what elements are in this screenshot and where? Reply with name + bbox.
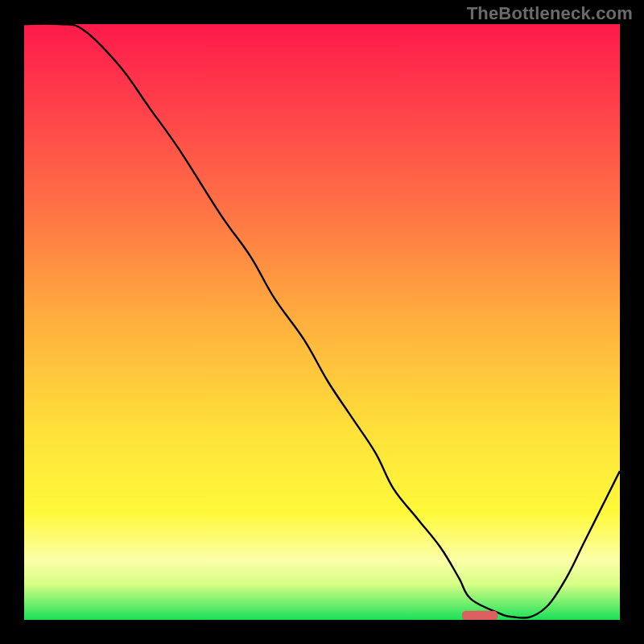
- chart-svg: [0, 0, 644, 644]
- optimal-marker: [462, 611, 497, 621]
- chart-frame: TheBottleneck.com: [0, 0, 644, 644]
- plot-background: [24, 24, 620, 620]
